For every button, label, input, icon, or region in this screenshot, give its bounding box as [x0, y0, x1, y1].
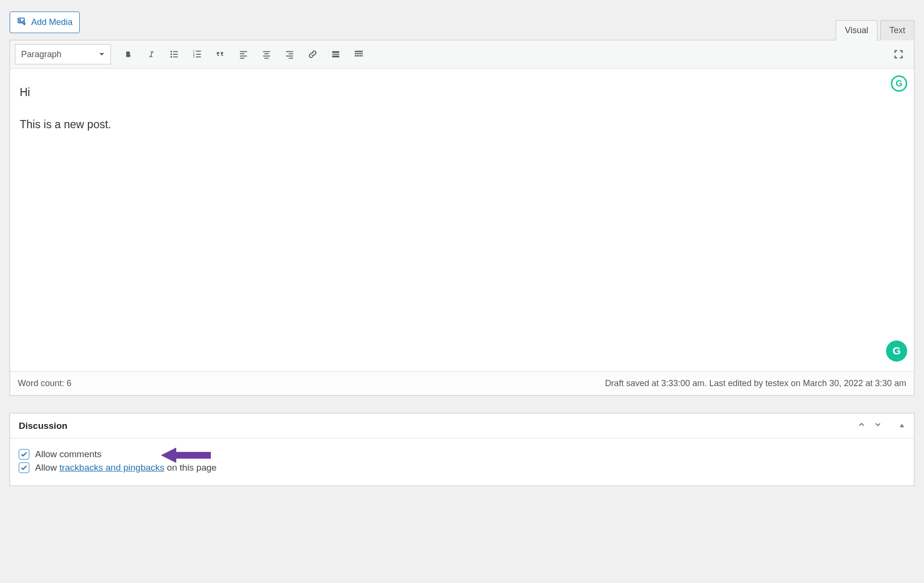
svg-rect-5 — [173, 54, 178, 55]
fullscreen-button[interactable] — [888, 44, 909, 64]
svg-rect-3 — [173, 51, 178, 52]
svg-rect-26 — [332, 51, 340, 53]
toolbar-toggle-button[interactable] — [348, 44, 369, 64]
allow-comments-label: Allow comments — [35, 449, 101, 460]
numbered-list-button[interactable]: 123 — [187, 44, 208, 64]
toggle-panel-icon[interactable] — [899, 421, 905, 431]
allow-comments-checkbox[interactable] — [19, 449, 29, 460]
media-icon — [17, 16, 27, 29]
svg-rect-11 — [196, 54, 201, 55]
italic-button[interactable] — [141, 44, 162, 64]
editor-content[interactable]: G Hi This is a new post. G — [10, 69, 914, 371]
svg-rect-33 — [362, 53, 363, 54]
content-line: This is a new post. — [20, 115, 904, 134]
svg-rect-34 — [355, 55, 357, 57]
add-media-button[interactable]: Add Media — [10, 12, 80, 33]
svg-rect-17 — [240, 58, 244, 59]
discussion-title: Discussion — [19, 421, 67, 431]
svg-rect-19 — [264, 53, 268, 54]
move-down-icon[interactable] — [874, 420, 882, 431]
grammarly-badge-icon[interactable]: G — [886, 340, 907, 362]
svg-point-2 — [170, 51, 172, 52]
content-line: Hi — [20, 83, 904, 102]
svg-rect-7 — [173, 57, 178, 58]
word-count: Word count: 6 — [18, 378, 72, 389]
align-right-button[interactable] — [279, 44, 300, 64]
svg-rect-28 — [332, 56, 340, 58]
svg-rect-37 — [362, 55, 363, 57]
svg-rect-35 — [357, 55, 359, 57]
chevron-down-icon — [99, 49, 105, 60]
svg-rect-21 — [264, 58, 268, 59]
svg-point-1 — [19, 19, 20, 20]
svg-point-4 — [170, 53, 172, 55]
svg-rect-32 — [359, 53, 361, 54]
tab-text[interactable]: Text — [880, 20, 914, 40]
grammarly-icon[interactable]: G — [891, 75, 907, 92]
paragraph-select-label: Paragraph — [21, 49, 61, 60]
bullet-list-button[interactable] — [164, 44, 185, 64]
allow-trackbacks-checkbox[interactable] — [19, 462, 29, 473]
move-up-icon[interactable] — [857, 420, 866, 431]
save-status: Draft saved at 3:33:00 am. Last edited b… — [605, 378, 906, 389]
editor-toolbar: Paragraph 123 — [10, 40, 914, 69]
add-media-label: Add Media — [31, 17, 73, 27]
svg-rect-20 — [263, 56, 270, 57]
bold-button[interactable] — [118, 44, 139, 64]
svg-rect-13 — [196, 57, 201, 58]
read-more-button[interactable] — [325, 44, 346, 64]
svg-rect-29 — [355, 51, 363, 52]
editor-panel: Paragraph 123 G Hi This is a new post. — [10, 40, 914, 396]
svg-rect-30 — [355, 53, 357, 54]
svg-rect-22 — [286, 51, 293, 52]
trackbacks-link[interactable]: trackbacks and pingbacks — [60, 462, 165, 473]
allow-trackbacks-label: Allow trackbacks and pingbacks on this p… — [35, 462, 217, 473]
blockquote-button[interactable] — [210, 44, 231, 64]
tab-visual[interactable]: Visual — [836, 20, 877, 40]
svg-rect-14 — [240, 51, 247, 52]
svg-rect-36 — [359, 55, 361, 57]
discussion-metabox: Discussion Allow comments — [10, 413, 914, 486]
align-left-button[interactable] — [233, 44, 254, 64]
svg-rect-31 — [357, 53, 359, 54]
status-bar: Word count: 6 Draft saved at 3:33:00 am.… — [10, 371, 914, 395]
align-center-button[interactable] — [256, 44, 277, 64]
svg-rect-25 — [289, 58, 293, 59]
link-button[interactable] — [302, 44, 323, 64]
svg-rect-27 — [332, 54, 340, 55]
svg-rect-18 — [263, 51, 270, 52]
paragraph-format-select[interactable]: Paragraph — [15, 44, 111, 64]
svg-rect-16 — [240, 56, 247, 57]
svg-rect-23 — [289, 53, 293, 54]
svg-rect-9 — [196, 51, 201, 52]
svg-rect-24 — [286, 56, 293, 57]
editor-mode-tabs: Visual Text — [836, 20, 914, 40]
svg-text:3: 3 — [193, 55, 195, 58]
svg-rect-15 — [240, 53, 244, 54]
svg-point-6 — [170, 56, 172, 58]
